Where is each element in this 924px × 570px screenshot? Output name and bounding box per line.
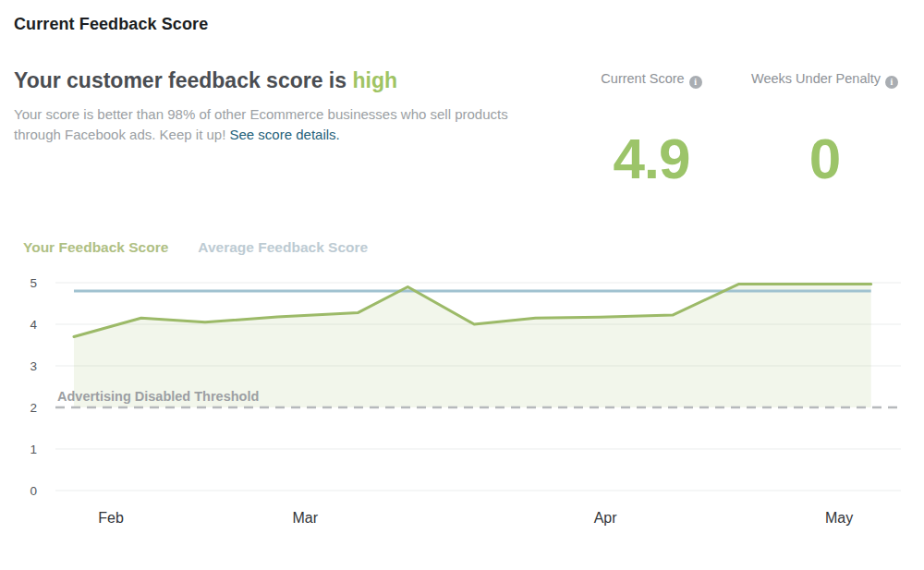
y-axis-tick: 1 [30,443,37,456]
y-axis-tick: 5 [30,276,37,290]
score-heading: Your customer feedback score is high [14,67,554,93]
score-description: Your score is better than 98% of other E… [14,104,528,145]
weeks-under-penalty-label: Weeks Under Penaltyi [744,69,906,121]
current-score-value: 4.9 [573,130,730,188]
weeks-under-penalty-value: 0 [744,130,906,188]
score-heading-text: Your customer feedback score is [14,68,346,92]
y-axis-tick: 0 [30,484,37,498]
current-score-label: Current Scorei [573,69,730,121]
legend-your-feedback-score[interactable]: Your Feedback Score [23,239,168,256]
info-icon[interactable]: i [689,76,702,89]
score-heading-highlight: high [352,68,397,92]
y-axis-tick: 3 [30,359,37,373]
threshold-label: Advertising Disabled Threshold [57,389,259,404]
y-axis-tick: 4 [30,318,37,332]
hero-text: Your customer feedback score is high You… [14,67,554,145]
page-title: Current Feedback Score [14,15,910,34]
see-score-details-link[interactable]: See score details. [230,127,340,142]
x-axis-tick: May [825,510,853,526]
y-axis-tick: 2 [30,401,37,415]
x-axis-tick: Apr [594,510,618,526]
x-axis-tick: Feb [98,510,124,526]
weeks-under-penalty-stat: Weeks Under Penaltyi 0 [744,67,906,188]
feedback-score-page: Current Feedback Score Your customer fee… [0,15,924,547]
current-score-stat: Current Scorei 4.9 [573,67,730,188]
x-axis-tick: Mar [293,510,319,526]
feedback-score-chart: 012345FebMarAprMayAdvertising Disabled T… [0,266,924,547]
line-chart-canvas: 012345FebMarAprMayAdvertising Disabled T… [0,266,924,543]
legend-average-feedback-score[interactable]: Average Feedback Score [198,239,368,256]
chart-legend: Your Feedback Score Average Feedback Sco… [14,239,910,256]
info-icon[interactable]: i [885,76,898,89]
hero-section: Your customer feedback score is high You… [14,67,910,188]
